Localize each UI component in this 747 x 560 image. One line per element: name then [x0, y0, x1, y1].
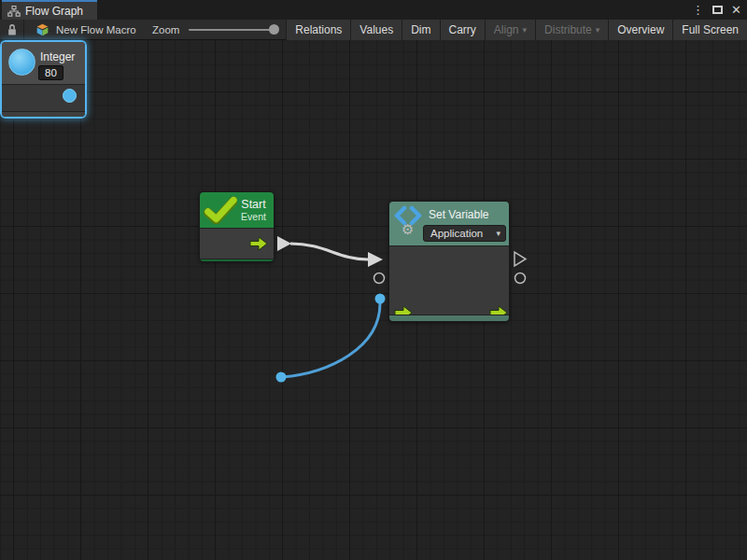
value-wire-end-dot	[375, 294, 386, 304]
overview-button[interactable]: Overview	[608, 20, 672, 40]
macro-name-label: New Flow Macro	[56, 24, 136, 35]
zoom-slider[interactable]	[189, 29, 277, 31]
node-set-variable[interactable]: ⚙ Set Variable Application ▾ score ▾	[388, 201, 510, 322]
dim-button[interactable]: Dim	[402, 20, 439, 40]
distribute-button: Distribute▾	[535, 20, 608, 40]
close-icon[interactable]: ✕	[729, 4, 743, 16]
flow-continuation-indicator	[514, 252, 526, 266]
tab-flow-graph[interactable]: Flow Graph	[2, 0, 97, 20]
integer-type-icon	[8, 49, 35, 76]
flow-wire-start-cap	[277, 236, 291, 251]
graph-canvas[interactable]: Start Event ⚙ Set Variable	[0, 40, 747, 560]
checkmark-icon	[204, 196, 237, 224]
lock-button[interactable]	[0, 20, 24, 39]
node-title: Start	[241, 198, 265, 211]
start-node-footer	[200, 259, 274, 262]
maximize-icon[interactable]	[712, 6, 723, 14]
lock-icon	[7, 23, 18, 36]
macro-button[interactable]: New Flow Macro	[31, 20, 140, 39]
integer-node-footer	[2, 111, 85, 117]
flow-graph-window: Flow Graph ⋮ ✕ New Flow Macro Zoom	[0, 0, 747, 560]
menu-kebab-icon[interactable]: ⋮	[690, 4, 706, 16]
setvar-node-header[interactable]: ⚙ Set Variable Application ▾	[389, 202, 509, 245]
start-node-body	[200, 228, 274, 259]
flow-graph-icon	[7, 6, 21, 17]
setvar-node-body	[389, 245, 509, 315]
tab-title: Flow Graph	[25, 5, 83, 18]
start-node-header[interactable]: Start Event	[200, 192, 274, 228]
gear-icon: ⚙	[402, 221, 414, 238]
node-title: Integer	[40, 50, 75, 63]
unconnected-output-indicator	[515, 273, 526, 284]
chevron-down-icon: ▾	[523, 25, 528, 35]
chevron-down-icon: ▾	[491, 229, 505, 238]
relations-button[interactable]: Relations	[286, 20, 350, 40]
tab-bar: Flow Graph ⋮ ✕	[0, 0, 747, 20]
flow-wire[interactable]	[290, 244, 368, 259]
value-wire-start-dot	[276, 372, 287, 383]
wires-overlay	[0, 40, 747, 560]
carry-button[interactable]: Carry	[440, 20, 485, 40]
chevron-down-icon: ▾	[596, 25, 600, 35]
node-subtitle: Event	[241, 211, 266, 222]
flow-macro-icon	[35, 23, 50, 36]
align-button: Align▾	[485, 20, 535, 40]
values-button[interactable]: Values	[350, 20, 402, 40]
scope-value: Application	[424, 228, 491, 239]
zoom-label: Zoom	[152, 24, 179, 35]
graph-toolbar: New Flow Macro Zoom 1x Relations Values …	[0, 20, 747, 40]
flow-wire-arrowhead	[368, 252, 383, 267]
zoom-slider-handle[interactable]	[269, 24, 279, 35]
integer-output-port[interactable]	[63, 89, 77, 103]
setvar-node-footer	[389, 315, 509, 321]
variable-scope-dropdown[interactable]: Application ▾	[423, 225, 506, 242]
node-start-event[interactable]: Start Event	[199, 191, 275, 262]
unconnected-input-indicator	[374, 273, 385, 284]
integer-value-field[interactable]: 80	[38, 65, 63, 80]
window-controls: ⋮ ✕	[690, 0, 743, 20]
integer-node-header[interactable]: Integer 80	[2, 42, 85, 84]
zoom-control: Zoom 1x	[152, 20, 298, 39]
node-integer[interactable]: Integer 80	[0, 40, 87, 119]
full-screen-button[interactable]: Full Screen	[672, 20, 747, 40]
toolbar-buttons: Relations Values Dim Carry Align▾ Distri…	[286, 20, 747, 40]
flow-output-port[interactable]	[249, 236, 268, 251]
value-wire[interactable]	[282, 303, 380, 377]
node-title: Set Variable	[429, 208, 488, 221]
